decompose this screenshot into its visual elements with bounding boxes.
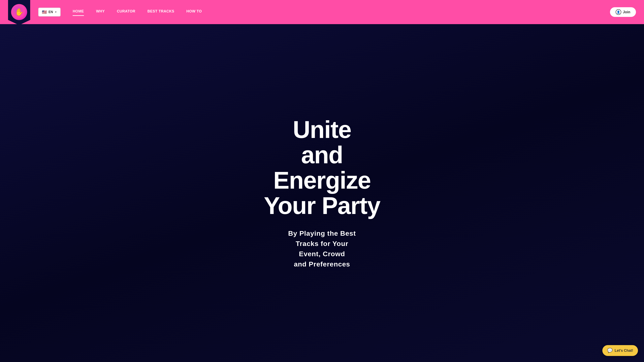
nav-item-best-tracks[interactable]: BEST TRACKS [147, 9, 174, 15]
hero-title-line3: Energize [264, 168, 380, 193]
hero-title-line4: Your Party [264, 193, 380, 218]
header: ✋ 🇺🇸 EN ▼ HOME WHY CURATOR BEST TRACKS H… [0, 0, 644, 24]
join-button[interactable]: 👤 Join [610, 7, 636, 17]
logo-badge: ✋ [8, 0, 30, 25]
user-icon: 👤 [616, 9, 621, 15]
main-nav: HOME WHY CURATOR BEST TRACKS HOW TO [73, 9, 610, 15]
chat-widget[interactable]: 💬 Let's Chat! [602, 345, 638, 356]
chevron-down-icon: ▼ [54, 11, 57, 13]
language-selector[interactable]: 🇺🇸 EN ▼ [38, 8, 60, 16]
hero-title: Unite and Energize Your Party [264, 117, 380, 218]
chat-icon: 💬 [607, 348, 612, 353]
hero-subtitle-line3: Event, Crowd [299, 250, 345, 258]
nav-item-home[interactable]: HOME [73, 9, 84, 15]
chat-label: Let's Chat! [614, 349, 633, 353]
logo-container: ✋ [8, 0, 30, 25]
hero-subtitle: By Playing the Best Tracks for Your Even… [288, 228, 356, 269]
hero-section: Unite and Energize Your Party By Playing… [0, 24, 644, 362]
nav-item-why[interactable]: WHY [96, 9, 105, 15]
hero-title-line1: Unite [264, 117, 380, 142]
nav-item-curator[interactable]: CURATOR [117, 9, 136, 15]
logo-circle: ✋ [11, 4, 27, 20]
lang-code: EN [48, 10, 53, 14]
hero-subtitle-line4: and Preferences [294, 260, 350, 268]
hero-subtitle-line1: By Playing the Best [288, 230, 356, 237]
hero-subtitle-line2: Tracks for Your [296, 240, 348, 247]
join-label: Join [623, 10, 630, 14]
logo-hand-icon: ✋ [15, 8, 24, 16]
flag-icon: 🇺🇸 [42, 10, 47, 14]
nav-item-how-to[interactable]: HOW TO [186, 9, 202, 15]
hero-title-line2: and [264, 142, 380, 168]
